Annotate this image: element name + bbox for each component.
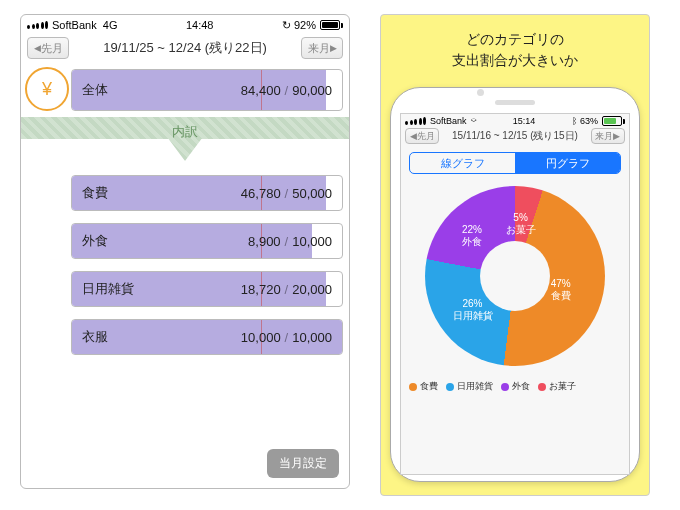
bluetooth-icon: ᛒ: [572, 116, 577, 126]
spending-pie-chart: 5%お菓子47%食費26%日用雑貨22%外食: [425, 186, 605, 366]
seg-pie[interactable]: 円グラフ: [515, 153, 620, 173]
battery-percent: 92%: [294, 19, 316, 31]
network-label: 4G: [103, 19, 118, 31]
signal-icon: [27, 21, 48, 29]
category-row-clothes[interactable]: 👕衣服10,000/10,000: [71, 319, 343, 355]
category-label: 衣服: [82, 328, 108, 346]
seg-line[interactable]: 線グラフ: [410, 153, 515, 173]
battery-icon: [602, 116, 625, 126]
category-row-daily[interactable]: 🧻日用雑貨18,720/20,000: [71, 271, 343, 307]
next-month-button[interactable]: 来月: [301, 37, 343, 59]
pie-slice-label: 26%日用雑貨: [453, 298, 493, 322]
total-row[interactable]: ¥ 全体 84,400/90,000: [21, 63, 349, 117]
phone-mock: SoftBank ⌔ 15:14 ᛒ 63% 先月 15/11/16 ~ 12/…: [390, 87, 640, 482]
total-values: 84,400/90,000: [241, 83, 332, 98]
legend-item: お菓子: [538, 380, 576, 393]
carrier-label: SoftBank: [430, 116, 467, 126]
breakdown-header: 内訳: [21, 117, 349, 161]
legend-item: 日用雑貨: [446, 380, 493, 393]
next-month-button[interactable]: 来月: [591, 128, 625, 144]
prev-month-button[interactable]: 先月: [27, 37, 69, 59]
wifi-icon: ⌔: [471, 116, 476, 126]
total-label: 全体: [82, 81, 108, 99]
clock: 14:48: [186, 19, 214, 31]
signal-icon: [405, 117, 426, 125]
battery-icon: [320, 20, 343, 30]
category-values: 8,900/10,000: [248, 234, 332, 249]
date-range: 19/11/25 ~ 12/24 (残り22日): [103, 39, 267, 57]
category-row-eatout[interactable]: 🍴外食8,900/10,000: [71, 223, 343, 259]
carrier-label: SoftBank: [52, 19, 97, 31]
category-values: 10,000/10,000: [241, 330, 332, 345]
pie-slice-label: 22%外食: [462, 224, 482, 248]
battery-percent: 63%: [580, 116, 598, 126]
category-values: 18,720/20,000: [241, 282, 332, 297]
clock: 15:14: [513, 116, 536, 126]
date-range: 15/11/16 ~ 12/15 (残り15日): [452, 129, 578, 143]
category-label: 日用雑貨: [82, 280, 134, 298]
status-bar-2: SoftBank ⌔ 15:14 ᛒ 63%: [405, 116, 625, 126]
status-bar: SoftBank 4G 14:48 ↻ 92%: [21, 15, 349, 33]
legend-item: 食費: [409, 380, 438, 393]
speaker-icon: [495, 100, 535, 105]
camera-icon: [477, 89, 484, 96]
sync-icon: ↻: [282, 19, 291, 32]
category-list: 🍚食費46,780/50,000🍴外食8,900/10,000🧻日用雑貨18,7…: [21, 161, 349, 373]
category-label: 外食: [82, 232, 108, 250]
category-row-food[interactable]: 🍚食費46,780/50,000: [71, 175, 343, 211]
month-nav-2: 先月 15/11/16 ~ 12/15 (残り15日) 来月: [405, 126, 625, 146]
chart-screen: SoftBank ⌔ 15:14 ᛒ 63% 先月 15/11/16 ~ 12/…: [400, 113, 630, 475]
prev-month-button[interactable]: 先月: [405, 128, 439, 144]
month-nav: 先月 19/11/25 ~ 12/24 (残り22日) 来月: [21, 33, 349, 63]
category-values: 46,780/50,000: [241, 186, 332, 201]
budget-list-screen: SoftBank 4G 14:48 ↻ 92% 先月 19/11/25 ~ 12…: [20, 14, 350, 489]
promo-panel: どのカテゴリの支出割合が大きいか SoftBank ⌔ 15:14 ᛒ 63% …: [380, 14, 650, 496]
promo-title: どのカテゴリの支出割合が大きいか: [452, 29, 578, 71]
chart-legend: 食費日用雑貨外食お菓子: [409, 380, 621, 393]
pie-slice-label: 5%お菓子: [506, 212, 536, 236]
month-settings-button[interactable]: 当月設定: [267, 449, 339, 478]
chart-type-segmented[interactable]: 線グラフ 円グラフ: [409, 152, 621, 174]
legend-item: 外食: [501, 380, 530, 393]
category-label: 食費: [82, 184, 108, 202]
total-icon: ¥: [25, 67, 69, 111]
pie-slice-label: 47%食費: [551, 278, 571, 302]
